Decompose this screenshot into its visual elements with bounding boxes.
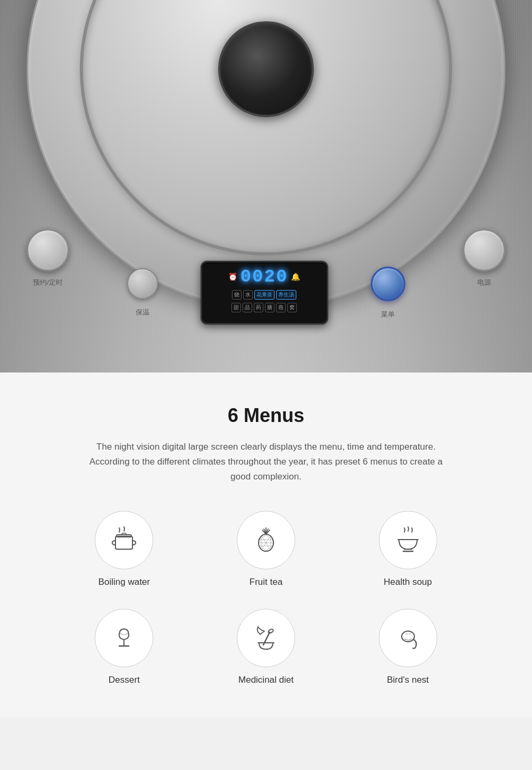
boiling-water-icon-circle	[95, 511, 153, 569]
fruit-tea-svg	[251, 525, 281, 556]
dessert-svg	[109, 623, 139, 653]
lcd-tag-yao: 药	[254, 303, 263, 312]
birds-nest-icon-circle	[379, 609, 437, 667]
section-title: 6 Menus	[228, 404, 304, 427]
bell-icon: 🔔	[291, 272, 300, 281]
lcd-tag-yan: 燕	[276, 303, 286, 312]
lid-handle	[218, 21, 314, 117]
menu-item-dessert: Dessert	[59, 609, 190, 685]
svg-rect-2	[122, 533, 126, 535]
health-soup-label: Health soup	[384, 577, 432, 587]
lcd-tag-tian: 甜	[231, 303, 241, 312]
dessert-label: Dessert	[109, 675, 140, 685]
lcd-time: 0020	[240, 267, 288, 287]
bottom-section: 6 Menus The night vision digital large s…	[0, 372, 532, 717]
lcd-display: ⏰ 0020 🔔 烧 水 花果茶 养生汤 甜 品 药 膳 燕 窝	[201, 261, 328, 325]
lcd-tag-wo: 窝	[287, 303, 297, 312]
boiling-water-label: Boiling water	[98, 577, 150, 587]
lcd-menu-row1: 烧 水 花果茶 养生汤	[232, 290, 296, 300]
medicinal-diet-label: Medicinal diet	[238, 675, 294, 685]
fruit-tea-label: Fruit tea	[250, 577, 282, 587]
menu-label: 菜单	[381, 310, 395, 319]
keep-warm-group: 保温	[127, 268, 158, 317]
lcd-top-row: ⏰ 0020 🔔	[207, 267, 321, 287]
lcd-tag-huaguocha: 花果茶	[254, 290, 275, 300]
fruit-tea-icon-circle	[237, 511, 295, 569]
birds-nest-label: Bird's nest	[387, 675, 429, 685]
birds-nest-svg	[393, 623, 423, 653]
medicinal-diet-svg	[251, 623, 281, 653]
control-row: 保温 ⏰ 0020 🔔 烧 水 花果茶 养生汤 甜 品 药 膳 燕 窝	[0, 261, 532, 325]
lcd-tag-shan: 膳	[265, 303, 275, 312]
menu-knob[interactable]	[371, 267, 405, 301]
menu-item-health-soup: Health soup	[342, 511, 473, 587]
menu-item-boiling-water: Boiling water	[59, 511, 190, 587]
menu-item-birds-nest: Bird's nest	[342, 609, 473, 685]
svg-point-16	[268, 628, 274, 634]
top-image-section: 预约/定时 电源 保温 ⏰ 0020 🔔 烧 水 花果茶 养生汤	[0, 0, 532, 372]
health-soup-svg	[393, 525, 423, 556]
lcd-tag-shao: 烧	[232, 290, 242, 300]
clock-icon: ⏰	[228, 272, 237, 281]
health-soup-icon-circle	[379, 511, 437, 569]
lcd-tag-yangshengtang: 养生汤	[276, 290, 296, 300]
svg-line-17	[258, 627, 262, 631]
section-description: The night vision digital large screen cl…	[85, 440, 447, 484]
keep-warm-knob[interactable]	[127, 268, 158, 299]
lid-inner-ring	[80, 0, 452, 255]
menu-item-medicinal-diet: Medicinal diet	[201, 609, 332, 685]
boiling-water-svg	[109, 525, 139, 556]
keep-warm-label: 保温	[136, 308, 149, 317]
lcd-tag-pin: 品	[243, 303, 252, 312]
lcd-menu-row2: 甜 品 药 膳 燕 窝	[231, 303, 297, 312]
menu-item-fruit-tea: Fruit tea	[201, 511, 332, 587]
svg-rect-0	[115, 536, 132, 549]
menu-icons-grid: Boiling water Fruit tea	[59, 511, 473, 685]
lcd-tag-shui: 水	[243, 290, 253, 300]
dessert-icon-circle	[95, 609, 153, 667]
medicinal-diet-icon-circle	[237, 609, 295, 667]
menu-button-group: 菜单	[371, 267, 405, 319]
